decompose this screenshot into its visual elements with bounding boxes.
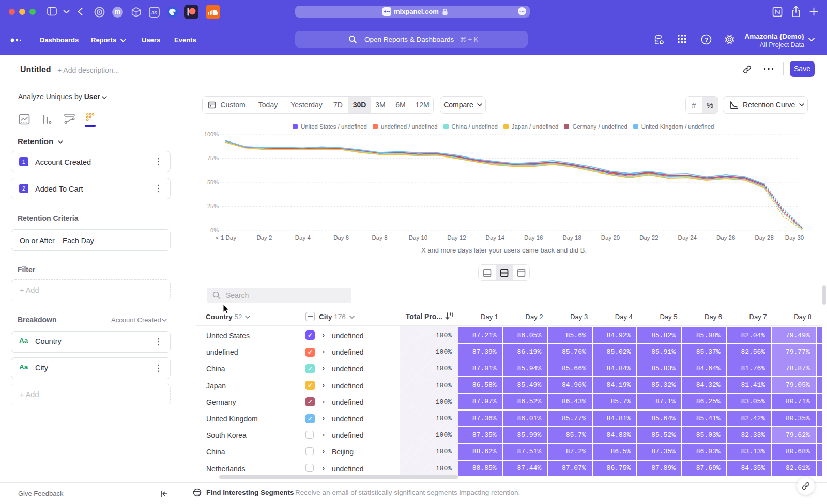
- svg-text:Day 2: Day 2: [256, 234, 272, 241]
- svg-text:25%: 25%: [207, 203, 219, 209]
- svg-text:100%: 100%: [204, 131, 219, 137]
- svg-text:Day 4: Day 4: [295, 234, 311, 241]
- svg-text:Day 18: Day 18: [562, 234, 581, 241]
- svg-text:Day 16: Day 16: [524, 234, 543, 241]
- svg-text:Day 22: Day 22: [639, 234, 658, 241]
- svg-text:Day 20: Day 20: [601, 234, 620, 241]
- svg-text:?: ?: [705, 37, 708, 43]
- svg-text:0%: 0%: [210, 227, 219, 233]
- svg-text:< 1 Day: < 1 Day: [216, 234, 236, 241]
- svg-text:Day 8: Day 8: [372, 234, 388, 241]
- svg-text:Day 30: Day 30: [785, 234, 804, 241]
- svg-text:75%: 75%: [207, 155, 219, 161]
- svg-text:X and more days later your use: X and more days later your users came ba…: [421, 246, 587, 254]
- svg-text:Day 26: Day 26: [716, 234, 735, 241]
- svg-text:Day 10: Day 10: [409, 234, 427, 241]
- svg-text:JS: JS: [151, 10, 157, 15]
- svg-text:50%: 50%: [207, 179, 219, 185]
- svg-text:Day 12: Day 12: [447, 234, 466, 241]
- svg-text:Day 6: Day 6: [333, 234, 349, 241]
- svg-text:Day 28: Day 28: [755, 234, 773, 241]
- svg-text:Day 24: Day 24: [678, 234, 697, 241]
- svg-text:Day 14: Day 14: [486, 234, 505, 241]
